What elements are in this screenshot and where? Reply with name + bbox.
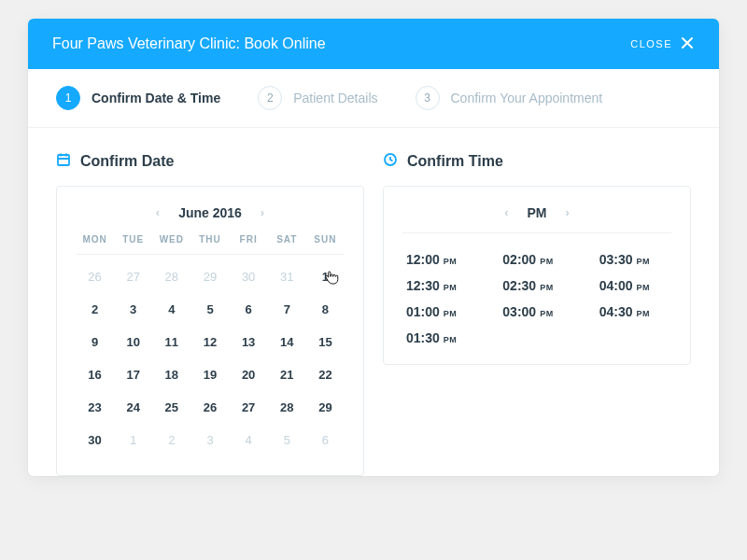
calendar-day[interactable]: 27 <box>230 391 268 424</box>
time-slot[interactable]: 12:00PM <box>406 252 474 267</box>
dow-sun: SUN <box>306 234 345 245</box>
calendar-day[interactable]: 4 <box>230 424 268 456</box>
step-confirm-appointment[interactable]: 3 Confirm Your Appointment <box>416 86 603 110</box>
calendar-day[interactable]: 15 <box>306 326 345 358</box>
month-nav: ‹ June 2016 › <box>76 203 345 221</box>
calendar-day[interactable]: 26 <box>76 260 114 293</box>
close-label: CLOSE <box>630 38 672 49</box>
calendar-day[interactable]: 3 <box>114 293 152 326</box>
calendar-day[interactable]: 1 <box>114 424 152 456</box>
period-label: PM <box>528 205 547 220</box>
calendar-day[interactable]: 11 <box>152 326 190 358</box>
calendar-row: 2 3 4 5 6 7 8 <box>76 293 345 326</box>
dow-tue: TUE <box>114 234 152 245</box>
calendar-day[interactable]: 22 <box>306 358 345 391</box>
prev-month-button[interactable]: ‹ <box>150 203 165 221</box>
booking-modal: Four Paws Veterinary Clinic: Book Online… <box>28 19 719 476</box>
dow-wed: WED <box>152 234 190 245</box>
calendar-day[interactable]: 14 <box>268 326 306 358</box>
calendar-day[interactable]: 31 <box>268 260 306 293</box>
dow-fri: FRI <box>230 234 268 245</box>
time-slot[interactable]: 01:00PM <box>406 304 474 319</box>
calendar-day[interactable]: 30 <box>230 260 268 293</box>
step-label: Confirm Date & Time <box>92 91 220 105</box>
calendar-day[interactable]: 2 <box>76 293 114 326</box>
svg-rect-0 <box>58 155 69 165</box>
close-button[interactable]: CLOSE <box>630 35 695 52</box>
calendar-day[interactable]: 8 <box>306 293 345 326</box>
time-slot[interactable]: 12:30PM <box>406 278 474 293</box>
calendar-day[interactable]: 12 <box>190 326 229 358</box>
calendar-day[interactable]: 6 <box>306 424 345 456</box>
modal-content: Confirm Date ‹ June 2016 › MON TUE WED <box>28 128 719 476</box>
dow-thu: THU <box>190 234 229 245</box>
calendar-day[interactable]: 18 <box>152 358 190 391</box>
next-period-button[interactable]: › <box>560 203 575 221</box>
modal-header: Four Paws Veterinary Clinic: Book Online… <box>28 19 719 69</box>
period-nav: ‹ PM › <box>402 203 671 233</box>
chevron-left-icon: ‹ <box>156 205 160 219</box>
calendar-day[interactable]: 19 <box>190 358 229 391</box>
calendar-day[interactable]: 21 <box>268 358 306 391</box>
step-number: 3 <box>416 86 440 110</box>
step-label: Patient Details <box>293 91 377 105</box>
time-slot[interactable]: 04:00PM <box>599 278 668 293</box>
calendar-day[interactable]: 16 <box>76 358 114 391</box>
modal-title: Four Paws Veterinary Clinic: Book Online <box>52 35 326 52</box>
calendar-day[interactable]: 28 <box>268 391 306 424</box>
step-number: 1 <box>56 86 80 110</box>
calendar-day[interactable]: 3 <box>190 424 229 456</box>
dow-sat: SAT <box>268 234 306 245</box>
calendar-row: 30 1 2 3 4 5 6 <box>76 424 345 456</box>
step-confirm-date-time[interactable]: 1 Confirm Date & Time <box>56 86 220 110</box>
chevron-right-icon: › <box>566 205 570 219</box>
calendar-day[interactable]: 7 <box>268 293 306 326</box>
time-slot[interactable]: 01:30PM <box>406 330 474 345</box>
time-panel: ‹ PM › 12:00PM 02:00PM 03:30PM 12:30PM 0… <box>383 186 691 365</box>
time-slot[interactable]: 03:30PM <box>599 252 668 267</box>
calendar-day[interactable]: 30 <box>76 424 114 456</box>
calendar-day[interactable]: 4 <box>152 293 190 326</box>
time-slot[interactable]: 02:00PM <box>502 252 571 267</box>
step-number: 2 <box>258 86 282 110</box>
calendar-day[interactable]: 20 <box>230 358 268 391</box>
calendar-row: 26 27 28 29 30 31 1 <box>76 260 345 293</box>
calendar-day[interactable]: 10 <box>114 326 152 358</box>
step-label: Confirm Your Appointment <box>451 91 603 105</box>
calendar-day[interactable]: 24 <box>114 391 152 424</box>
calendar-day[interactable]: 25 <box>152 391 190 424</box>
time-column: Confirm Time ‹ PM › 12:00PM 02:00PM 03:3… <box>383 152 691 476</box>
time-slot[interactable]: 02:30PM <box>502 278 571 293</box>
calendar-row: 23 24 25 26 27 28 29 <box>76 391 345 424</box>
dow-mon: MON <box>76 234 114 245</box>
calendar-day[interactable]: 17 <box>114 358 152 391</box>
clock-icon <box>383 152 398 171</box>
stepper: 1 Confirm Date & Time 2 Patient Details … <box>28 69 719 128</box>
calendar-panel: ‹ June 2016 › MON TUE WED THU FRI SAT SU… <box>56 186 364 476</box>
next-month-button[interactable]: › <box>255 203 270 221</box>
step-patient-details[interactable]: 2 Patient Details <box>258 86 377 110</box>
calendar-day[interactable]: 28 <box>152 260 190 293</box>
confirm-time-title: Confirm Time <box>383 152 691 171</box>
calendar-day[interactable]: 13 <box>230 326 268 358</box>
calendar-day[interactable]: 27 <box>114 260 152 293</box>
calendar-day[interactable]: 23 <box>76 391 114 424</box>
month-label: June 2016 <box>178 205 242 220</box>
chevron-right-icon: › <box>261 205 264 219</box>
calendar-icon <box>56 152 71 171</box>
calendar-day[interactable]: 26 <box>190 391 229 424</box>
chevron-left-icon: ‹ <box>504 205 508 219</box>
calendar-day[interactable]: 6 <box>230 293 268 326</box>
prev-period-button[interactable]: ‹ <box>499 203 514 221</box>
calendar-day[interactable]: 1 <box>306 260 345 293</box>
calendar-day[interactable]: 9 <box>76 326 114 358</box>
calendar-day[interactable]: 5 <box>190 293 229 326</box>
calendar-day[interactable]: 5 <box>268 424 306 456</box>
calendar-day[interactable]: 29 <box>190 260 229 293</box>
calendar-row: 16 17 18 19 20 21 22 <box>76 358 345 391</box>
calendar-day[interactable]: 29 <box>306 391 345 424</box>
time-slot[interactable]: 03:00PM <box>502 304 571 319</box>
calendar-day[interactable]: 2 <box>152 424 190 456</box>
calendar-row: 9 10 11 12 13 14 15 <box>76 326 345 358</box>
time-slot[interactable]: 04:30PM <box>599 304 668 319</box>
